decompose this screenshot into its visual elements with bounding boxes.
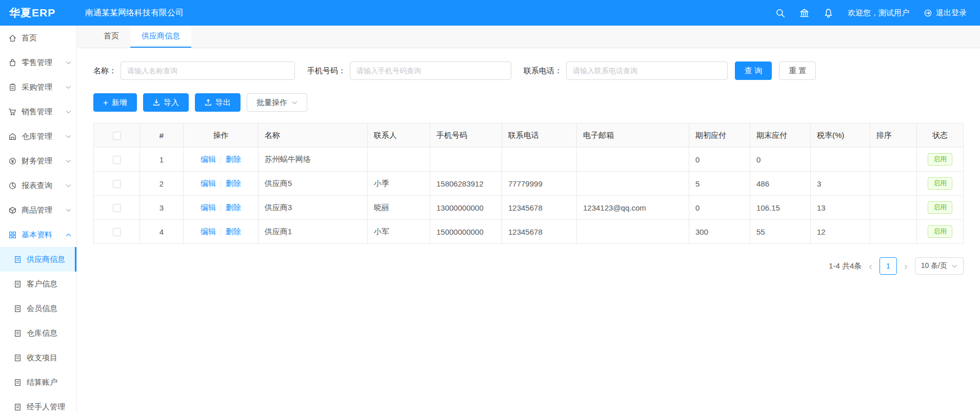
document-icon	[13, 255, 22, 264]
bank-button[interactable]	[799, 8, 809, 18]
chevron-down-icon	[66, 159, 71, 163]
sidebar-item-member-info[interactable]: 会员信息	[0, 296, 76, 321]
cell-sort	[870, 196, 917, 220]
mobile-filter-label: 手机号码：	[307, 66, 346, 76]
tab-home[interactable]: 首页	[92, 26, 130, 48]
delete-link[interactable]: 删除	[226, 227, 241, 236]
logout-button[interactable]: 退出登录	[924, 8, 967, 18]
company-name: 南通某某网络科技有限公司	[85, 8, 184, 18]
cell-name: 供应商1	[258, 220, 368, 244]
batch-actions-button[interactable]: 批量操作	[247, 93, 307, 112]
table-row: 3 编辑删除 供应商3 晓丽 13000000000 12345678 1234…	[94, 196, 964, 220]
row-checkbox[interactable]	[113, 156, 121, 164]
cell-tax-rate: 3	[811, 172, 870, 196]
cell-tax-rate: 13	[811, 196, 870, 220]
table-header-row: # 操作 名称 联系人 手机号码 联系电话 电子邮箱 期初应付 期末应付 税率(…	[94, 123, 964, 148]
document-icon	[13, 280, 22, 288]
add-button[interactable]: + 新增	[93, 93, 137, 112]
edit-link[interactable]: 编辑	[201, 203, 216, 212]
sidebar-item-goods[interactable]: 商品管理	[0, 198, 76, 222]
app-logo: 华夏ERP	[0, 6, 77, 20]
sidebar-item-settlement-account[interactable]: 结算账户	[0, 370, 76, 395]
chevron-down-icon	[952, 264, 957, 268]
logout-label: 退出登录	[936, 8, 967, 18]
name-filter-input[interactable]	[121, 61, 295, 80]
pagination-total: 1-4 共4条	[829, 261, 862, 271]
reset-button[interactable]: 重 置	[779, 61, 816, 80]
search-button[interactable]	[775, 8, 785, 18]
status-badge[interactable]: 启用	[928, 153, 952, 166]
tab-supplier-info[interactable]: 供应商信息	[130, 26, 191, 48]
row-checkbox[interactable]	[113, 228, 121, 236]
sidebar-item-report[interactable]: 报表查询	[0, 173, 76, 198]
document-icon	[13, 378, 22, 387]
sidebar-item-label: 供应商信息	[27, 255, 65, 264]
export-button-label: 导出	[215, 98, 231, 108]
page-size-select[interactable]: 10 条/页	[915, 257, 964, 275]
cell-tax-rate: 12	[811, 220, 870, 244]
delete-link[interactable]: 删除	[226, 203, 241, 212]
chevron-down-icon	[66, 86, 71, 89]
next-page-button[interactable]: ›	[903, 261, 909, 271]
sidebar-item-finance[interactable]: 财务管理	[0, 149, 76, 173]
search-submit-button[interactable]: 查 询	[735, 61, 772, 80]
edit-link[interactable]: 编辑	[201, 155, 216, 163]
chevron-down-icon	[66, 209, 71, 212]
cell-end-payable: 106.15	[750, 196, 811, 220]
import-button[interactable]: 导入	[143, 93, 189, 112]
sidebar-item-home[interactable]: 首页	[0, 26, 76, 50]
sidebar-item-label: 商品管理	[22, 205, 52, 215]
delete-link[interactable]: 删除	[226, 155, 241, 163]
cell-index: 1	[140, 148, 184, 172]
report-icon	[8, 181, 17, 190]
tel-filter-input[interactable]	[566, 61, 728, 80]
status-badge[interactable]: 启用	[928, 225, 952, 238]
sidebar-item-warehouse-info[interactable]: 仓库信息	[0, 321, 76, 345]
sidebar: 首页 零售管理 采购管理 销售管理 仓库管理 财务管理	[0, 26, 77, 413]
cell-tel: 12345678	[502, 220, 577, 244]
tab-bar: 首页 供应商信息	[77, 26, 980, 48]
sidebar-item-label: 仓库信息	[27, 328, 57, 338]
chevron-down-icon	[66, 61, 71, 65]
export-button[interactable]: 导出	[195, 93, 241, 112]
sidebar-item-purchase[interactable]: 采购管理	[0, 75, 76, 99]
notification-button[interactable]	[824, 8, 833, 18]
tab-label: 首页	[104, 31, 119, 41]
warehouse-icon	[8, 132, 17, 141]
pagination: 1-4 共4条 ‹ 1 › 10 条/页	[93, 257, 964, 275]
cell-tax-rate	[811, 148, 870, 172]
edit-link[interactable]: 编辑	[201, 227, 216, 236]
row-checkbox[interactable]	[113, 204, 121, 212]
status-badge[interactable]: 启用	[928, 177, 952, 190]
cell-contact: 晓丽	[368, 196, 430, 220]
row-checkbox[interactable]	[113, 180, 121, 188]
page-number-button[interactable]: 1	[879, 257, 897, 275]
top-header: 华夏ERP 南通某某网络科技有限公司 欢迎您，测试用户 退出登录	[0, 0, 980, 26]
sidebar-item-supplier-info[interactable]: 供应商信息	[0, 247, 76, 272]
cell-sort	[870, 148, 917, 172]
sidebar-item-sales[interactable]: 销售管理	[0, 99, 76, 124]
chevron-down-icon	[66, 184, 71, 188]
cell-name: 供应商3	[258, 196, 368, 220]
sidebar-item-handler-management[interactable]: 经手人管理	[0, 395, 76, 413]
home-icon	[8, 34, 17, 43]
prev-page-button[interactable]: ‹	[868, 261, 873, 271]
finance-icon	[8, 157, 17, 166]
select-all-checkbox[interactable]	[113, 132, 121, 140]
sidebar-item-warehouse[interactable]: 仓库管理	[0, 124, 76, 149]
import-icon	[153, 99, 160, 106]
sidebar-item-label: 会员信息	[27, 304, 57, 314]
mobile-filter-input[interactable]	[350, 61, 511, 80]
status-badge[interactable]: 启用	[928, 201, 952, 214]
edit-link[interactable]: 编辑	[201, 179, 216, 188]
cell-email	[577, 148, 689, 172]
delete-link[interactable]: 删除	[226, 179, 241, 188]
cell-tel: 77779999	[502, 172, 577, 196]
sidebar-item-income-expense[interactable]: 收支项目	[0, 345, 76, 370]
sidebar-item-customer-info[interactable]: 客户信息	[0, 272, 76, 296]
sidebar-item-retail[interactable]: 零售管理	[0, 50, 76, 75]
bell-icon	[824, 8, 833, 18]
sidebar-item-basic-data[interactable]: 基本资料	[0, 222, 76, 247]
col-name: 名称	[258, 123, 368, 148]
col-actions: 操作	[184, 123, 258, 148]
